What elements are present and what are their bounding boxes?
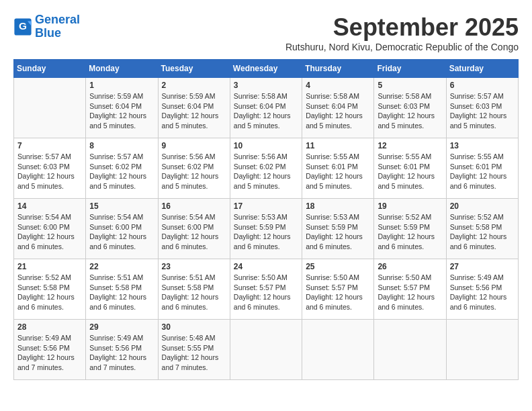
- calendar-cell: [374, 320, 446, 380]
- day-info: Sunrise: 5:53 AM Sunset: 5:59 PM Dayligh…: [306, 212, 370, 252]
- calendar-cell: [302, 320, 374, 380]
- day-info: Sunrise: 5:59 AM Sunset: 6:04 PM Dayligh…: [89, 91, 154, 131]
- day-number: 7: [17, 141, 82, 150]
- calendar-header: SundayMondayTuesdayWednesdayThursdayFrid…: [14, 60, 519, 78]
- calendar-cell: 27Sunrise: 5:49 AM Sunset: 5:56 PM Dayli…: [446, 259, 518, 320]
- calendar-body: 1Sunrise: 5:59 AM Sunset: 6:04 PM Daylig…: [14, 78, 519, 380]
- day-number: 15: [89, 201, 154, 211]
- day-number: 3: [234, 81, 298, 90]
- calendar-cell: 23Sunrise: 5:51 AM Sunset: 5:58 PM Dayli…: [158, 259, 230, 320]
- day-info: Sunrise: 5:48 AM Sunset: 5:55 PM Dayligh…: [162, 333, 226, 373]
- day-info: Sunrise: 5:50 AM Sunset: 5:57 PM Dayligh…: [306, 273, 370, 312]
- day-number: 9: [162, 141, 226, 150]
- calendar-cell: 10Sunrise: 5:56 AM Sunset: 6:02 PM Dayli…: [230, 138, 302, 199]
- day-number: 8: [89, 141, 154, 150]
- calendar-cell: 13Sunrise: 5:55 AM Sunset: 6:01 PM Dayli…: [446, 138, 518, 199]
- day-number: 29: [89, 322, 154, 332]
- day-number: 26: [378, 262, 442, 271]
- day-info: Sunrise: 5:51 AM Sunset: 5:58 PM Dayligh…: [89, 273, 154, 312]
- day-info: Sunrise: 5:49 AM Sunset: 5:56 PM Dayligh…: [450, 273, 515, 312]
- calendar-cell: 28Sunrise: 5:49 AM Sunset: 5:56 PM Dayli…: [14, 320, 86, 380]
- day-info: Sunrise: 5:54 AM Sunset: 6:00 PM Dayligh…: [17, 212, 82, 252]
- page-header: G General Blue September 2025 Rutshuru, …: [13, 13, 519, 52]
- calendar-cell: 24Sunrise: 5:50 AM Sunset: 5:57 PM Dayli…: [230, 259, 302, 320]
- calendar-cell: 7Sunrise: 5:57 AM Sunset: 6:03 PM Daylig…: [14, 138, 86, 199]
- calendar-cell: [446, 320, 518, 380]
- day-number: 5: [378, 81, 442, 90]
- title-block: September 2025 Rutshuru, Nord Kivu, Demo…: [285, 13, 519, 52]
- logo: G General Blue: [13, 13, 80, 40]
- day-info: Sunrise: 5:51 AM Sunset: 5:58 PM Dayligh…: [162, 273, 226, 312]
- day-info: Sunrise: 5:53 AM Sunset: 5:59 PM Dayligh…: [234, 212, 298, 252]
- day-number: 30: [162, 322, 226, 332]
- week-row-3: 21Sunrise: 5:52 AM Sunset: 5:58 PM Dayli…: [14, 259, 519, 320]
- day-number: 4: [306, 81, 370, 90]
- logo-line2: Blue: [35, 26, 61, 40]
- week-row-2: 14Sunrise: 5:54 AM Sunset: 6:00 PM Dayli…: [14, 199, 519, 259]
- header-row: SundayMondayTuesdayWednesdayThursdayFrid…: [14, 60, 519, 78]
- day-number: 16: [162, 201, 226, 211]
- day-number: 28: [17, 322, 82, 332]
- day-number: 23: [162, 262, 226, 271]
- day-info: Sunrise: 5:59 AM Sunset: 6:04 PM Dayligh…: [162, 91, 226, 131]
- calendar-cell: 8Sunrise: 5:57 AM Sunset: 6:02 PM Daylig…: [86, 138, 158, 199]
- subtitle: Rutshuru, Nord Kivu, Democratic Republic…: [285, 42, 519, 52]
- day-info: Sunrise: 5:56 AM Sunset: 6:02 PM Dayligh…: [234, 152, 298, 191]
- day-number: 14: [17, 201, 82, 211]
- header-cell-sunday: Sunday: [14, 60, 86, 78]
- calendar-cell: 22Sunrise: 5:51 AM Sunset: 5:58 PM Dayli…: [86, 259, 158, 320]
- week-row-0: 1Sunrise: 5:59 AM Sunset: 6:04 PM Daylig…: [14, 78, 519, 138]
- logo-text: General Blue: [35, 13, 80, 40]
- day-info: Sunrise: 5:55 AM Sunset: 6:01 PM Dayligh…: [450, 152, 515, 191]
- calendar-cell: 17Sunrise: 5:53 AM Sunset: 5:59 PM Dayli…: [230, 199, 302, 259]
- calendar-cell: 19Sunrise: 5:52 AM Sunset: 5:59 PM Dayli…: [374, 199, 446, 259]
- calendar-cell: 20Sunrise: 5:52 AM Sunset: 5:58 PM Dayli…: [446, 199, 518, 259]
- day-info: Sunrise: 5:57 AM Sunset: 6:03 PM Dayligh…: [450, 91, 515, 131]
- calendar-cell: 3Sunrise: 5:58 AM Sunset: 6:04 PM Daylig…: [230, 78, 302, 138]
- day-info: Sunrise: 5:58 AM Sunset: 6:04 PM Dayligh…: [234, 91, 298, 131]
- day-number: 22: [89, 262, 154, 271]
- day-info: Sunrise: 5:57 AM Sunset: 6:02 PM Dayligh…: [89, 152, 154, 191]
- day-number: 1: [89, 81, 154, 90]
- day-number: 24: [234, 262, 298, 271]
- day-info: Sunrise: 5:54 AM Sunset: 6:00 PM Dayligh…: [162, 212, 226, 252]
- day-info: Sunrise: 5:52 AM Sunset: 5:58 PM Dayligh…: [17, 273, 82, 312]
- day-number: 2: [162, 81, 226, 90]
- calendar-cell: 9Sunrise: 5:56 AM Sunset: 6:02 PM Daylig…: [158, 138, 230, 199]
- logo-line1: General: [35, 13, 80, 26]
- day-number: 18: [306, 201, 370, 211]
- day-info: Sunrise: 5:52 AM Sunset: 5:59 PM Dayligh…: [378, 212, 442, 252]
- day-number: 19: [378, 201, 442, 211]
- header-cell-wednesday: Wednesday: [230, 60, 302, 78]
- calendar-cell: 5Sunrise: 5:58 AM Sunset: 6:03 PM Daylig…: [374, 78, 446, 138]
- header-cell-tuesday: Tuesday: [158, 60, 230, 78]
- day-info: Sunrise: 5:50 AM Sunset: 5:57 PM Dayligh…: [234, 273, 298, 312]
- calendar-cell: 26Sunrise: 5:50 AM Sunset: 5:57 PM Dayli…: [374, 259, 446, 320]
- calendar-cell: [14, 78, 86, 138]
- day-number: 20: [450, 201, 515, 211]
- svg-text:G: G: [19, 20, 27, 32]
- calendar-cell: 1Sunrise: 5:59 AM Sunset: 6:04 PM Daylig…: [86, 78, 158, 138]
- day-info: Sunrise: 5:50 AM Sunset: 5:57 PM Dayligh…: [378, 273, 442, 312]
- calendar-cell: 2Sunrise: 5:59 AM Sunset: 6:04 PM Daylig…: [158, 78, 230, 138]
- header-cell-monday: Monday: [86, 60, 158, 78]
- day-number: 11: [306, 141, 370, 150]
- calendar-cell: 11Sunrise: 5:55 AM Sunset: 6:01 PM Dayli…: [302, 138, 374, 199]
- calendar-cell: 30Sunrise: 5:48 AM Sunset: 5:55 PM Dayli…: [158, 320, 230, 380]
- week-row-1: 7Sunrise: 5:57 AM Sunset: 6:03 PM Daylig…: [14, 138, 519, 199]
- day-info: Sunrise: 5:56 AM Sunset: 6:02 PM Dayligh…: [162, 152, 226, 191]
- calendar-cell: 18Sunrise: 5:53 AM Sunset: 5:59 PM Dayli…: [302, 199, 374, 259]
- header-cell-saturday: Saturday: [446, 60, 518, 78]
- day-info: Sunrise: 5:58 AM Sunset: 6:03 PM Dayligh…: [378, 91, 442, 131]
- day-number: 21: [17, 262, 82, 271]
- day-number: 25: [306, 262, 370, 271]
- calendar-cell: 4Sunrise: 5:58 AM Sunset: 6:04 PM Daylig…: [302, 78, 374, 138]
- calendar-cell: 6Sunrise: 5:57 AM Sunset: 6:03 PM Daylig…: [446, 78, 518, 138]
- day-number: 12: [378, 141, 442, 150]
- day-number: 13: [450, 141, 515, 150]
- week-row-4: 28Sunrise: 5:49 AM Sunset: 5:56 PM Dayli…: [14, 320, 519, 380]
- calendar-cell: [230, 320, 302, 380]
- calendar-cell: 25Sunrise: 5:50 AM Sunset: 5:57 PM Dayli…: [302, 259, 374, 320]
- day-info: Sunrise: 5:52 AM Sunset: 5:58 PM Dayligh…: [450, 212, 515, 252]
- day-info: Sunrise: 5:49 AM Sunset: 5:56 PM Dayligh…: [89, 333, 154, 373]
